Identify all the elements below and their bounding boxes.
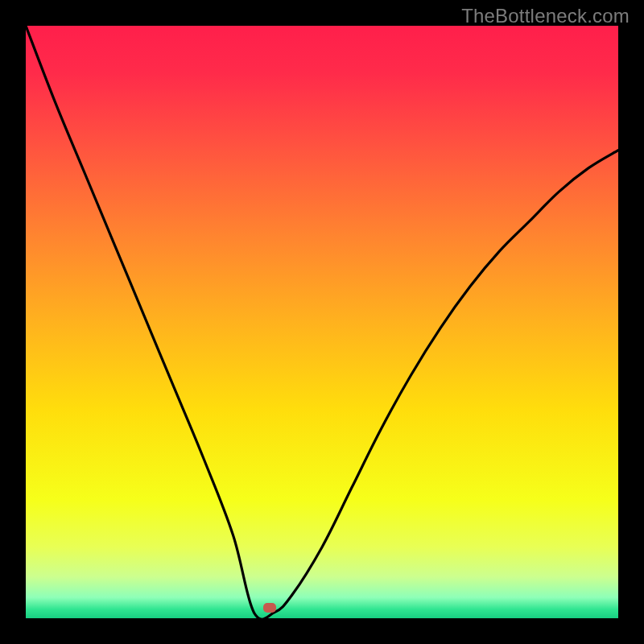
chart-frame: TheBottleneck.com — [0, 0, 644, 644]
plot-area — [26, 26, 618, 618]
watermark-text: TheBottleneck.com — [461, 5, 630, 27]
bottleneck-curve — [26, 26, 618, 618]
optimal-marker — [263, 603, 276, 613]
